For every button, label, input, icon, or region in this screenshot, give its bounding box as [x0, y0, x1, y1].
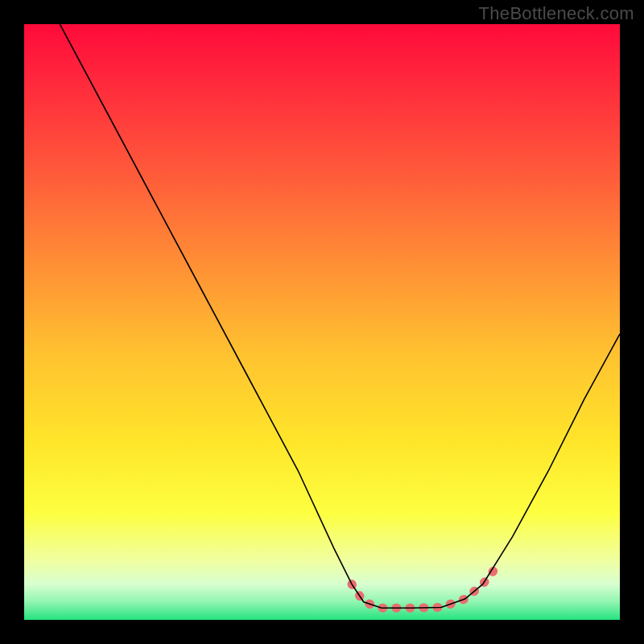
watermark-label: TheBottleneck.com	[479, 3, 634, 24]
chart-svg	[24, 24, 620, 620]
gradient-background	[24, 24, 620, 620]
chart-frame: TheBottleneck.com	[0, 0, 644, 644]
plot-area	[24, 24, 620, 620]
